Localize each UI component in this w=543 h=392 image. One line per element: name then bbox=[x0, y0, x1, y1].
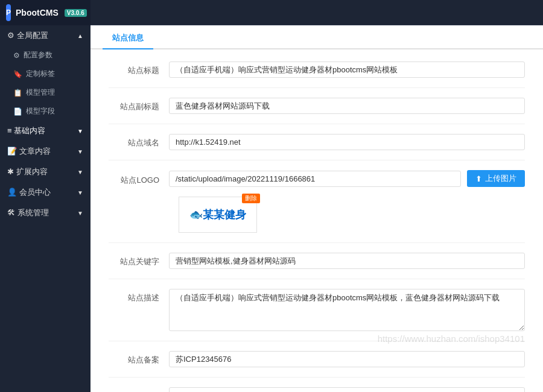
app-title: PbootCMS bbox=[16, 8, 59, 17]
sidebar-section-jichu-label: ≡ 基础内容 bbox=[7, 125, 45, 136]
chevron-down-icon3: ▼ bbox=[77, 169, 83, 175]
sidebar-header: P PbootCMS V3.0.6 ☰ bbox=[0, 0, 91, 25]
upload-icon: ⬆ bbox=[475, 174, 482, 183]
sidebar-section-wenzhan-label: 📝 文章内容 bbox=[7, 146, 51, 157]
sidebar-item-biaoqian-label: 定制标签 bbox=[26, 69, 55, 79]
domain-label: 站点域名 bbox=[109, 134, 169, 148]
tag-icon: 🔖 bbox=[13, 70, 22, 78]
chevron-up-icon: ▲ bbox=[77, 33, 83, 39]
sidebar: P PbootCMS V3.0.6 ☰ ⚙ 全局配置 ▲ ⚙ 配置参数 🔖 定制… bbox=[0, 0, 91, 392]
form-row-subtitle: 站点副标题 bbox=[109, 98, 525, 124]
sidebar-item-ziduan[interactable]: 📄 模型字段 bbox=[0, 102, 91, 121]
template-label: 站点模板 bbox=[109, 387, 169, 392]
description-textarea[interactable] bbox=[169, 289, 525, 331]
sidebar-item-moxing-label: 模型管理 bbox=[26, 87, 55, 98]
logo-preview-box: 🐟 某某健身 删除 bbox=[179, 197, 257, 233]
version-badge: V3.0.6 bbox=[65, 9, 87, 17]
topbar bbox=[91, 0, 543, 25]
sidebar-section-kuozhan[interactable]: ✱ 扩展内容 ▼ bbox=[0, 162, 91, 182]
domain-input[interactable] bbox=[169, 134, 525, 150]
sidebar-section-xitong[interactable]: 🛠 系统管理 ▼ bbox=[0, 203, 91, 223]
chevron-down-icon5: ▼ bbox=[77, 210, 83, 217]
form-row-domain: 站点域名 bbox=[109, 134, 525, 160]
sidebar-section-huiyuan[interactable]: 👤 会员中心 ▼ bbox=[0, 182, 91, 203]
sidebar-item-peizhi[interactable]: ⚙ 配置参数 bbox=[0, 46, 91, 65]
sidebar-item-moxing[interactable]: 📋 模型管理 bbox=[0, 83, 91, 102]
main-content: 站点信息 站点标题 站点副标题 站点域名 站点LOGO bbox=[91, 0, 543, 392]
form-row-title: 站点标题 bbox=[109, 62, 525, 88]
model-icon: 📋 bbox=[13, 89, 22, 97]
sidebar-section-wenzhan[interactable]: 📝 文章内容 ▼ bbox=[0, 141, 91, 162]
sidebar-item-peizhi-label: 配置参数 bbox=[24, 50, 52, 60]
subtitle-input[interactable] bbox=[169, 98, 525, 114]
chevron-down-icon: ▼ bbox=[77, 128, 83, 134]
logo-fish-icon: 🐟 bbox=[189, 208, 203, 221]
keywords-input[interactable] bbox=[169, 253, 525, 269]
sidebar-section-quanju-label: ⚙ 全局配置 bbox=[7, 30, 48, 41]
form-row-description: 站点描述 bbox=[109, 289, 525, 341]
tab-site-info[interactable]: 站点信息 bbox=[103, 28, 153, 49]
form-row-template: 站点模板 bbox=[109, 387, 525, 392]
sidebar-section-xitong-label: 🛠 系统管理 bbox=[7, 207, 49, 218]
chevron-down-icon2: ▼ bbox=[77, 148, 83, 155]
sidebar-section-huiyuan-label: 👤 会员中心 bbox=[7, 187, 51, 198]
beian-label: 站点备案 bbox=[109, 351, 169, 365]
logo-preview-wrapper: 🐟 某某健身 删除 bbox=[179, 197, 257, 233]
sidebar-item-biaoqian[interactable]: 🔖 定制标签 bbox=[0, 65, 91, 83]
sidebar-section-kuozhan-label: ✱ 扩展内容 bbox=[7, 166, 48, 177]
form-row-keywords: 站点关键字 bbox=[109, 253, 525, 279]
upload-logo-button[interactable]: ⬆ 上传图片 bbox=[467, 170, 525, 187]
description-label: 站点描述 bbox=[109, 289, 169, 303]
chevron-down-icon4: ▼ bbox=[77, 189, 83, 196]
form-row-logo: 站点LOGO ⬆ 上传图片 🐟 某某健身 bbox=[109, 170, 525, 243]
sidebar-section-jichu[interactable]: ≡ 基础内容 ▼ bbox=[0, 121, 91, 141]
settings-icon: ⚙ bbox=[13, 51, 20, 60]
logo-path-input[interactable] bbox=[169, 171, 461, 187]
form-row-beian: 站点备案 bbox=[109, 351, 525, 378]
logo-delete-badge[interactable]: 删除 bbox=[242, 194, 260, 203]
beian-input[interactable] bbox=[169, 351, 525, 367]
title-label: 站点标题 bbox=[109, 62, 169, 76]
subtitle-label: 站点副标题 bbox=[109, 98, 169, 112]
logo-row: ⬆ 上传图片 bbox=[169, 170, 525, 187]
sidebar-item-ziduan-label: 模型字段 bbox=[26, 106, 55, 116]
logo-label: 站点LOGO bbox=[109, 171, 169, 186]
sidebar-section-quanju[interactable]: ⚙ 全局配置 ▲ bbox=[0, 25, 91, 46]
title-input[interactable] bbox=[169, 62, 525, 78]
template-input[interactable] bbox=[169, 387, 525, 392]
upload-btn-label: 上传图片 bbox=[485, 173, 516, 184]
content-area: 站点信息 站点标题 站点副标题 站点域名 站点LOGO bbox=[91, 25, 543, 392]
logo-icon: P bbox=[6, 4, 11, 21]
tab-bar: 站点信息 bbox=[91, 25, 543, 49]
keywords-label: 站点关键字 bbox=[109, 253, 169, 267]
form-container: 站点标题 站点副标题 站点域名 站点LOGO bbox=[91, 49, 543, 392]
field-icon: 📄 bbox=[13, 107, 22, 116]
logo-preview-img: 🐟 某某健身 bbox=[182, 200, 254, 230]
logo-preview-text: 某某健身 bbox=[203, 207, 246, 222]
